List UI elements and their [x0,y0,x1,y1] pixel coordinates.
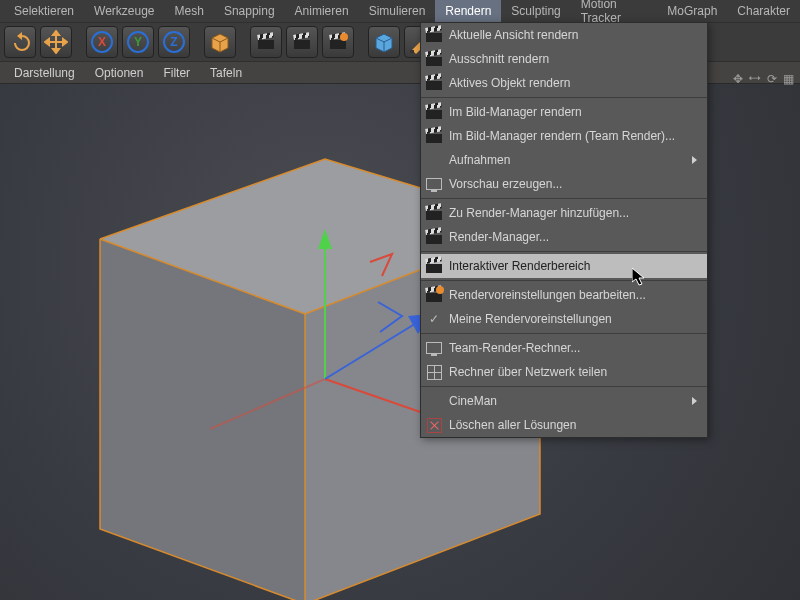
check-icon: ✓ [429,312,439,326]
tab-filter[interactable]: Filter [153,62,200,83]
menu-separator [421,97,707,98]
menu-item-label: Vorschau erzeugen... [449,177,697,191]
menu-item-label: Interaktiver Renderbereich [449,259,697,273]
menu-item-add-to-queue[interactable]: Zu Render-Manager hinzufügen... [421,201,707,225]
tab-tafeln[interactable]: Tafeln [200,62,252,83]
menu-separator [421,333,707,334]
menu-item-render-region[interactable]: Ausschnitt rendern [421,47,707,71]
menu-rendern[interactable]: Rendern [435,0,501,22]
menu-item-interactive-render-region[interactable]: Interaktiver Renderbereich [421,254,707,278]
menu-item-label: Aktuelle Ansicht rendern [449,28,697,42]
tool-primitive-cube-button[interactable] [368,26,400,58]
svg-rect-18 [410,50,414,53]
layout-view-icon[interactable]: ▦ [783,72,794,86]
menu-motion-tracker[interactable]: Motion Tracker [571,0,658,22]
clapper-gear-icon [426,288,442,302]
tool-render-view-button[interactable] [250,26,282,58]
menu-item-my-render-settings[interactable]: ✓ Meine Rendervoreinstellungen [421,307,707,331]
menu-item-label: Meine Rendervoreinstellungen [449,312,697,326]
menu-item-render-settings[interactable]: Rendervoreinstellungen bearbeiten... [421,283,707,307]
svg-marker-3 [53,31,59,35]
menu-item-cineman[interactable]: CineMan [421,389,707,413]
menu-item-team-render[interactable]: Team-Render-Rechner... [421,336,707,360]
menu-item-label: Team-Render-Rechner... [449,341,697,355]
clapper-icon [426,230,442,244]
menu-item-label: Rendervoreinstellungen bearbeiten... [449,288,697,302]
menu-mesh[interactable]: Mesh [165,0,214,22]
clapper-icon [426,52,442,66]
svg-text:Z: Z [170,35,177,49]
tool-cube-button[interactable] [204,26,236,58]
svg-marker-4 [53,49,59,53]
menu-item-render-active[interactable]: Aktives Objekt rendern [421,71,707,95]
svg-marker-5 [45,39,49,45]
svg-text:X: X [98,35,106,49]
blank-icon [425,392,443,410]
menu-selektieren[interactable]: Selektieren [4,0,84,22]
tool-axis-y-button[interactable]: Y [122,26,154,58]
menu-separator [421,280,707,281]
svg-text:Y: Y [134,35,142,49]
clapper-icon [426,28,442,42]
clapper-icon [294,35,310,49]
clapper-icon [258,35,274,49]
menu-separator [421,198,707,199]
clapper-icon [426,206,442,220]
move-view-icon[interactable]: ✥ [733,72,743,86]
zoom-view-icon[interactable]: ⭤ [749,72,761,86]
menu-item-label: Aufnahmen [449,153,692,167]
menu-mograph[interactable]: MoGraph [657,0,727,22]
menu-animieren[interactable]: Animieren [285,0,359,22]
menu-separator [421,251,707,252]
delete-icon [427,418,442,433]
tool-undo-button[interactable] [4,26,36,58]
tool-render-pv-button[interactable] [286,26,318,58]
menu-item-label: Im Bild-Manager rendern [449,105,697,119]
menu-item-label: Render-Manager... [449,230,697,244]
menu-separator [421,386,707,387]
menu-item-label: Aktives Objekt rendern [449,76,697,90]
menu-simulieren[interactable]: Simulieren [359,0,436,22]
menu-item-render-manager[interactable]: Render-Manager... [421,225,707,249]
clapper-icon [426,105,442,119]
clapper-icon [426,76,442,90]
menu-werkzeuge[interactable]: Werkzeuge [84,0,164,22]
menu-item-label: Löschen aller Lösungen [449,418,697,432]
monitor-icon [426,342,442,354]
render-menu-dropdown: Aktuelle Ansicht rendern Ausschnitt rend… [420,22,708,438]
menu-item-render-pv-team[interactable]: Im Bild-Manager rendern (Team Render)... [421,124,707,148]
svg-marker-0 [17,32,22,40]
tool-axis-x-button[interactable]: X [86,26,118,58]
rotate-view-icon[interactable]: ⟳ [767,72,777,86]
submenu-arrow-icon [692,397,697,405]
menu-charakter[interactable]: Charakter [727,0,800,22]
menu-sculpting[interactable]: Sculpting [501,0,570,22]
tool-axis-z-button[interactable]: Z [158,26,190,58]
tool-move-button[interactable] [40,26,72,58]
menu-item-preview[interactable]: Vorschau erzeugen... [421,172,707,196]
tab-darstellung[interactable]: Darstellung [4,62,85,83]
clapper-gear-icon [330,35,346,49]
menu-item-label: CineMan [449,394,692,408]
viewport-nav-icons: ✥ ⭤ ⟳ ▦ [733,72,794,86]
menu-item-flush-solutions[interactable]: Löschen aller Lösungen [421,413,707,437]
submenu-arrow-icon [692,156,697,164]
menu-item-render-pv[interactable]: Im Bild-Manager rendern [421,100,707,124]
menu-item-label: Zu Render-Manager hinzufügen... [449,206,697,220]
menu-item-aufnahmen[interactable]: Aufnahmen [421,148,707,172]
menu-snapping[interactable]: Snapping [214,0,285,22]
tab-optionen[interactable]: Optionen [85,62,154,83]
menu-item-render-view[interactable]: Aktuelle Ansicht rendern [421,23,707,47]
menu-item-label: Ausschnitt rendern [449,52,697,66]
tool-render-settings-button[interactable] [322,26,354,58]
main-menu: Selektieren Werkzeuge Mesh Snapping Anim… [0,0,800,22]
network-icon [427,365,442,380]
menu-item-label: Rechner über Netzwerk teilen [449,365,697,379]
menu-item-share-network[interactable]: Rechner über Netzwerk teilen [421,360,707,384]
menu-item-label: Im Bild-Manager rendern (Team Render)... [449,129,697,143]
clapper-icon [426,259,442,273]
blank-icon [425,151,443,169]
svg-marker-6 [63,39,67,45]
monitor-icon [426,178,442,190]
clapper-icon [426,129,442,143]
